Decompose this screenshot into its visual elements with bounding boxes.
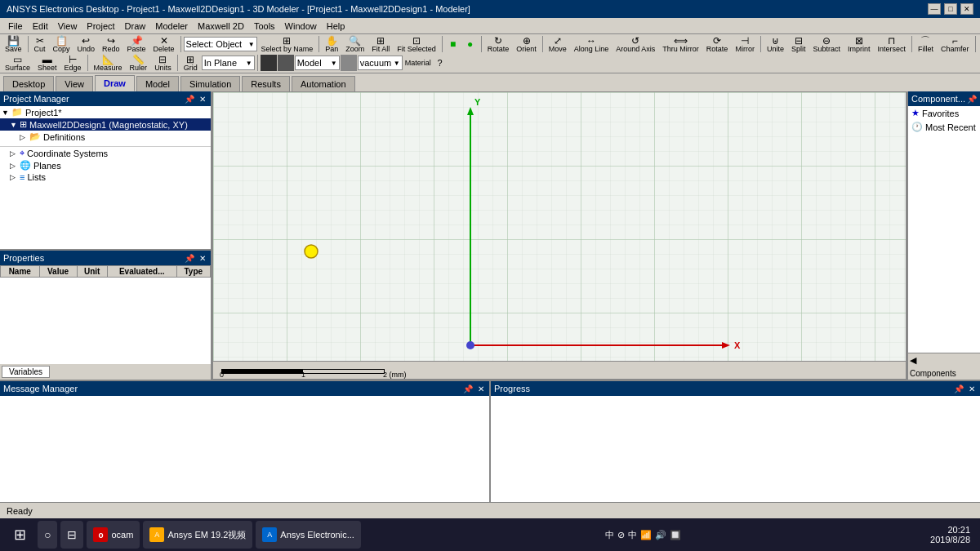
- tree-item-definitions[interactable]: ▷ 📂 Definitions: [0, 131, 211, 143]
- grid-button[interactable]: ⊞ Grid: [180, 54, 201, 72]
- menu-help[interactable]: Help: [322, 20, 350, 33]
- tree-expand-project[interactable]: ▼: [2, 109, 11, 117]
- comp-pin-button[interactable]: 📌: [965, 95, 978, 104]
- undo-button[interactable]: ↩ Undo: [74, 35, 99, 53]
- sheet-button[interactable]: ▬ Sheet: [34, 54, 60, 72]
- tab-draw[interactable]: Draw: [95, 75, 135, 91]
- msg-close-button[interactable]: ✕: [476, 384, 486, 393]
- close-button[interactable]: ✕: [960, 3, 973, 15]
- search-button[interactable]: ○: [38, 521, 57, 549]
- tab-results[interactable]: Results: [242, 76, 290, 91]
- measure-button[interactable]: 📐 Measure: [91, 54, 126, 72]
- tree-item-lists[interactable]: ▷ ≡ Lists: [0, 171, 211, 183]
- subtract-button[interactable]: ⊖ Subtract: [809, 35, 844, 53]
- shape1-button[interactable]: ■: [445, 35, 461, 53]
- copy-button[interactable]: 📋 Copy: [50, 35, 74, 53]
- units-button[interactable]: ⊟ Units: [151, 54, 175, 72]
- tab-model[interactable]: Model: [136, 76, 179, 91]
- ansys-elec-button[interactable]: A Ansys Electronic...: [256, 521, 360, 549]
- menu-modeler[interactable]: Modeler: [150, 20, 193, 33]
- split-button[interactable]: ⊟ Split: [788, 35, 809, 53]
- svg-point-8: [466, 341, 474, 349]
- fillet-button[interactable]: ⌒ Fillet: [915, 35, 937, 53]
- move-button[interactable]: ⤢ Move: [546, 35, 570, 53]
- rotate-button[interactable]: ↻ Rotate: [484, 35, 513, 53]
- help-button[interactable]: ?: [432, 54, 448, 72]
- ruler-button[interactable]: 📏 Ruler: [127, 54, 151, 72]
- tree-expand-design[interactable]: ▼: [10, 121, 20, 129]
- menu-tools[interactable]: Tools: [249, 20, 280, 33]
- select-by-name-button[interactable]: ⊞ Select by Name: [258, 35, 317, 53]
- pm-close-button[interactable]: ✕: [198, 95, 207, 104]
- paste-icon: 📌: [131, 36, 143, 46]
- orient-button[interactable]: ⊕ Orient: [513, 35, 540, 53]
- tab-automation[interactable]: Automation: [292, 76, 355, 91]
- rotate2-button[interactable]: ⟳ Rotate: [703, 35, 732, 53]
- cut-button[interactable]: ✂ Cut: [31, 35, 49, 53]
- minimize-button[interactable]: —: [928, 3, 941, 15]
- maximize-button[interactable]: □: [944, 3, 957, 15]
- edge-button[interactable]: ⊢ Edge: [61, 54, 85, 72]
- start-button[interactable]: ⊞: [3, 519, 36, 550]
- fit-selected-button[interactable]: ⊡ Fit Selected: [394, 35, 439, 53]
- menu-draw[interactable]: Draw: [120, 20, 151, 33]
- prog-pin-button[interactable]: 📌: [952, 384, 965, 393]
- comp-scroll-left[interactable]: ◀: [910, 355, 916, 366]
- tab-variables[interactable]: Variables: [2, 366, 50, 378]
- menu-project[interactable]: Project: [82, 20, 119, 33]
- menu-file[interactable]: File: [3, 20, 28, 33]
- tab-simulation[interactable]: Simulation: [180, 76, 240, 91]
- menu-window[interactable]: Window: [280, 20, 322, 33]
- comp-most-recent[interactable]: 🕐 Most Recent: [908, 120, 980, 134]
- redo-button[interactable]: ↪ Redo: [99, 35, 123, 53]
- props-pin-button[interactable]: 📌: [183, 254, 196, 263]
- comp-favorites[interactable]: ★ Favorites: [908, 106, 980, 120]
- intersect-button[interactable]: ⊓ Intersect: [874, 35, 909, 53]
- along-line-button[interactable]: ↔ Along Line: [571, 35, 612, 53]
- tab-desktop[interactable]: Desktop: [3, 76, 54, 91]
- surface-button[interactable]: ▭ Surface: [2, 54, 33, 72]
- sheet-icon: ▬: [42, 55, 52, 64]
- tree-item-design[interactable]: ▼ ⊞ Maxwell2DDesign1 (Magnetostatic, XY): [0, 118, 211, 131]
- tree-expand-lists[interactable]: ▷: [10, 173, 20, 181]
- pan-icon: ✋: [326, 36, 338, 46]
- menu-view[interactable]: View: [53, 20, 82, 33]
- menu-edit[interactable]: Edit: [28, 20, 53, 33]
- tree-expand-coord[interactable]: ▷: [10, 149, 20, 158]
- prog-close-button[interactable]: ✕: [967, 384, 977, 393]
- around-axis-button[interactable]: ↺ Around Axis: [612, 35, 658, 53]
- material-dropdown[interactable]: vacuum ▼: [358, 56, 403, 70]
- imprint-button[interactable]: ⊠ Imprint: [844, 35, 874, 53]
- tree-item-coord[interactable]: ▷ ⌖ Coordinate Systems: [0, 146, 211, 159]
- tab-view[interactable]: View: [56, 76, 93, 91]
- menu-maxwell2d[interactable]: Maxwell 2D: [193, 20, 249, 33]
- tree-expand-defs[interactable]: ▷: [20, 133, 29, 141]
- props-close-button[interactable]: ✕: [198, 254, 207, 263]
- mirror-button[interactable]: ⊣ Mirror: [732, 35, 758, 53]
- model-dropdown[interactable]: Model ▼: [295, 56, 340, 70]
- pm-pin-button[interactable]: 📌: [183, 95, 196, 104]
- viewport[interactable]: X Y 0 1 2 (mm): [212, 91, 906, 380]
- pan-button[interactable]: ✋ Pan: [322, 35, 341, 53]
- tree-item-project[interactable]: ▼ 📁 Project1*: [0, 106, 211, 118]
- chamfer-button[interactable]: ⌐ Chamfer: [938, 35, 973, 53]
- in-plane-dropdown[interactable]: In Plane ▼: [202, 56, 255, 70]
- msg-pin-button[interactable]: 📌: [461, 384, 474, 393]
- coord-icon: ⌖: [20, 148, 24, 158]
- tree-expand-planes[interactable]: ▷: [10, 162, 20, 170]
- paste-button[interactable]: 📌 Paste: [124, 35, 149, 53]
- thru-mirror-button[interactable]: ⟺ Thru Mirror: [659, 35, 702, 53]
- task-view-button[interactable]: ⊟: [60, 521, 83, 549]
- unite-button[interactable]: ⊎ Unite: [764, 35, 787, 53]
- shape2-button[interactable]: ●: [462, 35, 479, 53]
- save-button[interactable]: 💾 Save: [2, 35, 25, 53]
- model-thumbnail2: [278, 55, 294, 71]
- ruler-icon: 📏: [132, 55, 145, 64]
- ansys-em-button[interactable]: A Ansys EM 19.2视频: [143, 521, 252, 549]
- tree-item-planes[interactable]: ▷ 🌐 Planes: [0, 159, 211, 171]
- fit-all-button[interactable]: ⊞ Fit All: [368, 35, 393, 53]
- ocam-button[interactable]: o ocam: [87, 521, 140, 549]
- delete-button[interactable]: ✕ Delete: [150, 35, 178, 53]
- select-dropdown[interactable]: Select: Object ▼: [184, 37, 257, 51]
- zoom-button[interactable]: 🔍 Zoom: [342, 35, 368, 53]
